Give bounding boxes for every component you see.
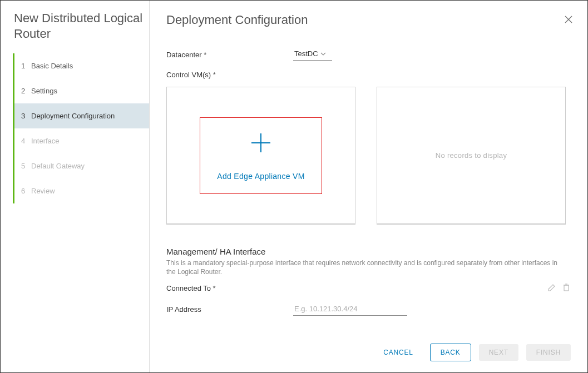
step-label: Settings xyxy=(31,87,57,95)
back-button[interactable]: BACK xyxy=(430,344,471,361)
ip-address-input[interactable] xyxy=(293,302,407,316)
connected-to-row: Connected To xyxy=(166,283,571,294)
datacenter-select[interactable]: TestDC xyxy=(293,48,332,61)
delete-icon[interactable] xyxy=(562,283,571,294)
step-number: 1 xyxy=(21,62,31,70)
add-vm-label: Add Edge Appliance VM xyxy=(217,172,304,181)
close-icon[interactable] xyxy=(564,15,573,26)
wizard-title: New Distributed Logical Router xyxy=(1,11,149,53)
control-vms-cards: Add Edge Appliance VM No records to disp… xyxy=(166,87,571,225)
wizard-sidebar: New Distributed Logical Router 1 Basic D… xyxy=(1,1,150,372)
step-label: Deployment Configuration xyxy=(31,112,115,120)
wizard-footer: CANCEL BACK NEXT FINISH xyxy=(166,330,571,361)
step-label: Basic Details xyxy=(31,62,73,70)
main-content: Deployment Configuration Datacenter Test… xyxy=(150,1,587,372)
datacenter-label: Datacenter xyxy=(166,51,293,59)
step-number: 3 xyxy=(21,112,31,120)
step-basic-details[interactable]: 1 Basic Details xyxy=(14,53,149,78)
step-interface: 4 Interface xyxy=(14,128,149,153)
plus-icon xyxy=(248,130,274,157)
next-button: NEXT xyxy=(479,344,518,361)
modal-dialog: New Distributed Logical Router 1 Basic D… xyxy=(0,0,588,373)
wizard-steps: 1 Basic Details 2 Settings 3 Deployment … xyxy=(13,53,149,203)
chevron-down-icon xyxy=(320,51,326,57)
step-default-gateway: 5 Default Gateway xyxy=(14,153,149,178)
step-label: Review xyxy=(31,187,55,195)
page-title: Deployment Configuration xyxy=(166,13,571,27)
step-number: 6 xyxy=(21,187,31,195)
step-label: Default Gateway xyxy=(31,162,85,170)
step-settings[interactable]: 2 Settings xyxy=(14,78,149,103)
finish-button: FINISH xyxy=(526,344,571,361)
step-label: Interface xyxy=(31,137,60,145)
cancel-button[interactable]: CANCEL xyxy=(374,344,422,361)
edit-icon[interactable] xyxy=(547,283,556,294)
ha-interface-heading: Management/ HA Interface xyxy=(166,247,571,256)
step-deployment-configuration[interactable]: 3 Deployment Configuration xyxy=(14,103,149,128)
connected-to-label: Connected To xyxy=(166,284,293,292)
empty-vm-card: No records to display xyxy=(377,87,566,225)
step-number: 5 xyxy=(21,162,31,170)
connected-to-actions xyxy=(547,283,571,294)
add-vm-card: Add Edge Appliance VM xyxy=(166,87,355,225)
datacenter-row: Datacenter TestDC xyxy=(166,48,571,61)
step-review: 6 Review xyxy=(14,178,149,203)
ip-address-label: IP Address xyxy=(166,305,293,314)
add-edge-appliance-button[interactable]: Add Edge Appliance VM xyxy=(200,117,322,194)
step-number: 2 xyxy=(21,87,31,95)
step-number: 4 xyxy=(21,137,31,145)
ip-address-row: IP Address xyxy=(166,302,571,316)
no-records-text: No records to display xyxy=(436,151,507,160)
control-vms-label: Control VM(s) xyxy=(166,71,571,79)
svg-rect-4 xyxy=(564,285,569,291)
datacenter-value: TestDC xyxy=(294,49,318,58)
ha-interface-description: This is a mandatory special-purpose inte… xyxy=(166,258,567,276)
